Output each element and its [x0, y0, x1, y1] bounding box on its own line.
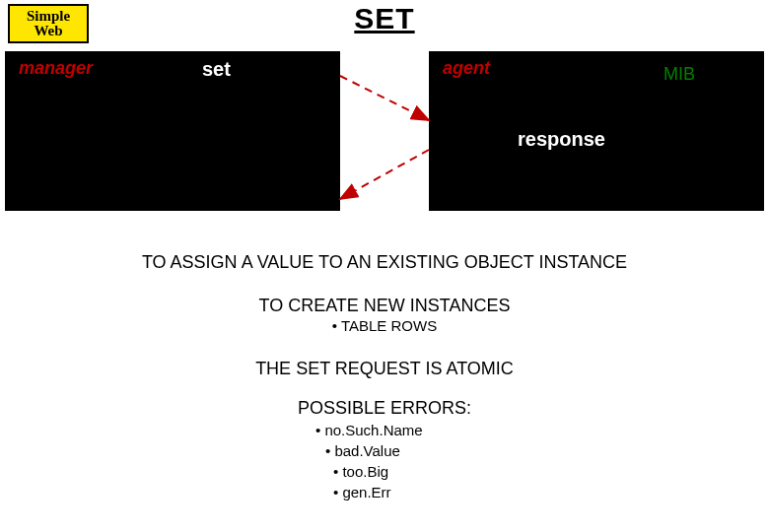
- error-item: • no.Such.Name: [315, 420, 423, 440]
- set-diagram: manager set agent MIB response: [5, 51, 764, 211]
- text-atomic: THE SET REQUEST IS ATOMIC: [0, 359, 769, 379]
- mib-label: MIB: [664, 64, 695, 85]
- response-label: response: [518, 128, 605, 151]
- manager-box: manager set: [5, 51, 340, 211]
- agent-label: agent: [443, 58, 490, 79]
- manager-label: manager: [19, 58, 93, 79]
- error-item: • gen.Err: [315, 482, 423, 502]
- agent-box: agent MIB response: [429, 51, 764, 211]
- error-list: • no.Such.Name • bad.Value • too.Big • g…: [315, 420, 423, 502]
- text-assign: TO ASSIGN A VALUE TO AN EXISTING OBJECT …: [0, 252, 769, 273]
- error-toobig: too.Big: [342, 463, 388, 480]
- text-create: TO CREATE NEW INSTANCES: [0, 296, 769, 316]
- set-label: set: [202, 58, 231, 81]
- error-generr: gen.Err: [342, 484, 390, 500]
- set-arrow: [340, 76, 429, 120]
- error-item: • too.Big: [315, 461, 423, 482]
- slide: Simple Web SET manager set agent MIB res…: [0, 0, 769, 532]
- error-item: • bad.Value: [315, 440, 423, 461]
- slide-title: SET: [0, 2, 769, 35]
- text-tablerows: • TABLE ROWS: [0, 317, 769, 334]
- error-badvalue: bad.Value: [334, 442, 399, 459]
- error-nosuchname: no.Such.Name: [324, 422, 422, 438]
- text-errors-heading: POSSIBLE ERRORS:: [0, 398, 769, 419]
- response-arrow: [340, 150, 429, 199]
